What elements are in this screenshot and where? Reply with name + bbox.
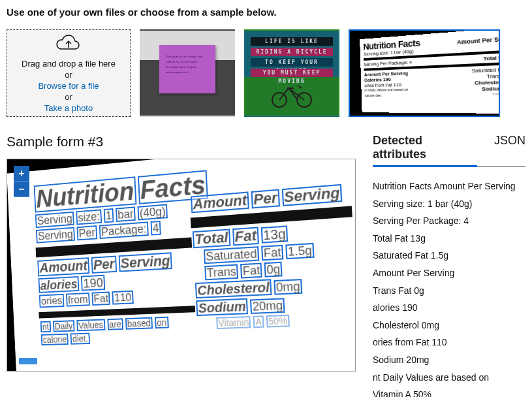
upload-cloud-icon bbox=[55, 33, 82, 54]
tab-detected-attributes[interactable]: Detected attributes bbox=[373, 134, 477, 167]
result-line: nt Daily Values are based on bbox=[373, 369, 525, 387]
file-dropzone[interactable]: Drag and drop a file here or Browse for … bbox=[7, 29, 131, 117]
tab-json[interactable]: JSON bbox=[494, 134, 525, 151]
sample-card-3[interactable]: Nutrition FactsAmount Per Serving Servin… bbox=[349, 29, 500, 117]
result-line: Serving Per Package: 4 bbox=[373, 212, 525, 230]
viewer-handle[interactable] bbox=[19, 358, 37, 364]
svg-point-1 bbox=[297, 93, 311, 107]
take-photo-link[interactable]: Take a photo bbox=[44, 103, 93, 113]
result-line: Trans Fat 0g bbox=[373, 282, 525, 300]
result-line: Cholesterol 0mg bbox=[373, 317, 525, 334]
sticky-note-thumb: You must be the change youwish to see in… bbox=[159, 45, 215, 93]
detected-results-list: Nutrition Facts Amount Per Serving Servi… bbox=[373, 178, 525, 397]
bicycle-icon bbox=[269, 80, 315, 110]
result-line: ories from Fat 110 bbox=[373, 334, 525, 351]
zoom-controls: + − bbox=[14, 166, 29, 197]
image-viewer: + − NutritionFacts Servingsize:1bar(40g)… bbox=[7, 159, 356, 372]
poster-line-3: TO KEEP YOUR BALANCE bbox=[251, 58, 333, 67]
nutrition-label-thumb: Nutrition FactsAmount Per Serving Servin… bbox=[360, 29, 500, 114]
result-line: Total Fat 13g bbox=[373, 230, 525, 247]
dropzone-or-1: or bbox=[65, 70, 72, 80]
result-line: Sodium 20mg bbox=[373, 351, 525, 369]
sample-tiles-row: Drag and drop a file here or Browse for … bbox=[7, 29, 525, 117]
result-line: Vitamin A 50% bbox=[373, 386, 525, 397]
analyzed-image: NutritionFacts Servingsize:1bar(40g) Ser… bbox=[7, 159, 356, 372]
zoom-in-button[interactable]: + bbox=[14, 166, 29, 182]
sample-card-1[interactable]: You must be the change youwish to see in… bbox=[140, 29, 235, 117]
sample-form-title: Sample form #3 bbox=[7, 134, 356, 150]
sample-card-2[interactable]: LIFE IS LIKE RIDING A BICYCLE TO KEEP YO… bbox=[244, 29, 339, 117]
result-line: Saturated Fat 1.5g bbox=[373, 247, 525, 264]
instruction-text: Use one of your own files or choose from… bbox=[7, 7, 525, 18]
result-tabs: Detected attributes JSON bbox=[373, 134, 525, 167]
poster-line-1: LIFE IS LIKE bbox=[251, 37, 333, 46]
result-line: Serving size: 1 bar (40g) bbox=[373, 195, 525, 213]
browse-file-link[interactable]: Browse for a file bbox=[38, 81, 99, 91]
result-line: Amount Per Serving bbox=[373, 264, 525, 282]
dropzone-text-drag: Drag and drop a file here bbox=[22, 59, 116, 69]
result-line: alories 190 bbox=[373, 299, 525, 317]
zoom-out-button[interactable]: − bbox=[14, 182, 29, 197]
poster-line-4: YOU MUST KEEP MOVING bbox=[251, 69, 333, 77]
dropzone-or-2: or bbox=[65, 92, 72, 102]
poster-line-2: RIDING A BICYCLE bbox=[251, 48, 333, 56]
result-line: Nutrition Facts Amount Per Serving bbox=[373, 178, 525, 195]
svg-point-0 bbox=[272, 93, 287, 107]
